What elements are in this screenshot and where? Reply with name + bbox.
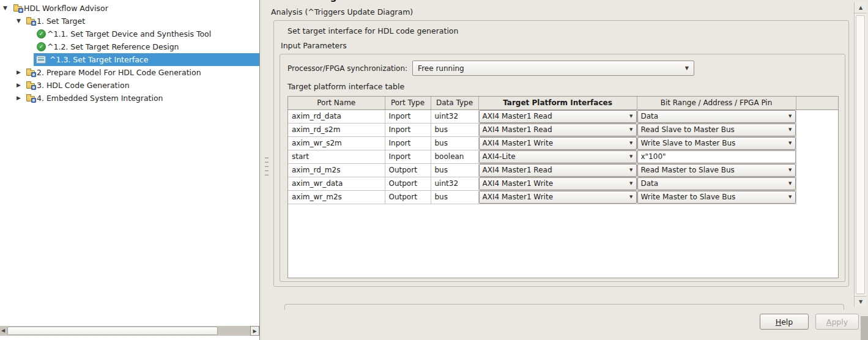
horizontal-scrollbar[interactable]: ◀ ▶	[0, 326, 259, 336]
chevron-down-icon: ▼	[629, 128, 632, 132]
tree-item-set-target-interface-selected[interactable]: ^1.3. Set Target Interface	[0, 53, 259, 66]
tree-item-set-target[interactable]: ▼ 1. Set Target	[0, 15, 259, 28]
tree-item-embedded-system-integration[interactable]: ▶ 4. Embedded System Integration	[0, 92, 259, 105]
interface-dropdown[interactable]: AXI4 Master1 Write▼	[479, 191, 637, 204]
column-header: Bit Range / Address / FPGA Pin	[637, 97, 796, 109]
help-button[interactable]: Help	[760, 314, 809, 330]
data-type-cell: bus	[431, 123, 478, 136]
tree-item-hdl-code-generation[interactable]: ▶ 3. HDL Code Generation	[0, 79, 259, 92]
bit-range-cell: Write Master to Slave Bus▼	[637, 190, 796, 204]
expander-open-icon[interactable]: ▼	[17, 18, 26, 24]
bit-range-dropdown[interactable]: Read Master to Slave Bus▼	[637, 164, 796, 177]
port-name-cell: axim_wr_data	[288, 177, 385, 190]
folder-icon	[26, 81, 37, 90]
collapsed-lower-group-box	[284, 304, 844, 310]
chevron-down-icon: ▼	[629, 182, 632, 186]
chevron-down-icon: ▼	[685, 66, 689, 71]
chevron-down-icon: ▼	[629, 141, 632, 146]
tree-item-hdl-workflow-advisor[interactable]: ▼ HDL Workflow Advisor	[0, 2, 259, 15]
processor-fpga-sync-dropdown[interactable]: Free running ▼	[412, 61, 694, 76]
port-name-cell: axim_rd_s2m	[288, 123, 385, 136]
processor-fpga-sync-label: Processor/FPGA synchronization:	[287, 64, 407, 73]
interface-cell: AXI4 Master1 Write▼	[478, 136, 637, 150]
expander-closed-icon[interactable]: ▶	[17, 83, 26, 88]
tree-item-set-target-reference-design[interactable]: ✓ ^1.2. Set Target Reference Design	[0, 40, 259, 53]
tree-item-label: 2. Prepare Model For HDL Code Generation	[37, 68, 201, 77]
bit-range-cell: Read Master to Slave Bus▼	[637, 163, 796, 177]
input-parameters-label: Input Parameters	[281, 41, 347, 50]
dropdown-value: Free running	[418, 64, 464, 73]
scrollbar-track[interactable]	[855, 14, 867, 295]
processor-fpga-sync-row: Processor/FPGA synchronization: Free run…	[287, 61, 694, 76]
column-header: Port Name	[288, 97, 385, 109]
data-type-cell: boolean	[431, 150, 478, 163]
port-type-cell: Outport	[385, 163, 431, 177]
folder-icon	[26, 94, 37, 103]
chevron-down-icon: ▼	[788, 168, 792, 172]
bit-range-dropdown[interactable]: Data▼	[637, 110, 796, 123]
chevron-down-icon: ▼	[788, 141, 792, 146]
interface-cell: AXI4 Master1 Read▼	[478, 163, 637, 177]
column-header: Target Platform Interfaces	[478, 97, 637, 109]
scroll-left-icon[interactable]: ◀	[1, 327, 5, 334]
tree-selection-highlight[interactable]: ^1.3. Set Target Interface	[34, 53, 259, 66]
port-name-cell: start	[288, 150, 385, 163]
tree-item-set-target-device[interactable]: ✓ ^1.1. Set Target Device and Synthesis …	[0, 28, 259, 40]
column-header-filler	[796, 97, 838, 109]
bit-range-dropdown[interactable]: Write Master to Slave Bus▼	[637, 191, 796, 204]
table-row: axim_rd_s2m Inport bus AXI4 Master1 Read…	[288, 123, 838, 136]
scrollbar-thumb[interactable]	[7, 327, 218, 335]
table-row: axim_wr_data Outport uint32 AXI4 Master1…	[288, 177, 838, 190]
chevron-down-icon: ▼	[629, 114, 632, 119]
port-type-cell: Inport	[385, 136, 431, 150]
interface-dropdown[interactable]: AXI4-Lite▼	[479, 150, 637, 163]
bit-range-dropdown[interactable]: Data▼	[637, 177, 796, 190]
scroll-down-icon: ▼	[859, 299, 862, 305]
interface-dropdown[interactable]: AXI4 Master1 Write▼	[479, 177, 637, 190]
port-type-cell: Outport	[385, 190, 431, 204]
table-header-row: Port Name Port Type Data Type Target Pla…	[288, 97, 838, 109]
interface-cell: AXI4 Master1 Read▼	[478, 109, 637, 123]
report-icon	[36, 56, 46, 64]
bit-range-dropdown[interactable]: Read Slave to Master Bus▼	[637, 124, 796, 136]
target-platform-interface-table: Port Name Port Type Data Type Target Pla…	[287, 96, 839, 278]
interface-dropdown[interactable]: AXI4 Master1 Read▼	[479, 110, 637, 123]
interface-dropdown[interactable]: AXI4 Master1 Write▼	[479, 137, 637, 150]
interface-cell: AXI4 Master1 Write▼	[478, 177, 637, 190]
data-type-cell: uint32	[431, 109, 478, 123]
bit-range-dropdown[interactable]: Write Slave to Master Bus▼	[637, 137, 796, 150]
chevron-down-icon: ▼	[629, 195, 632, 199]
check-passed-icon: ✓	[37, 42, 47, 51]
interface-dropdown[interactable]: AXI4 Master1 Read▼	[479, 164, 637, 177]
chevron-down-icon: ▼	[629, 155, 632, 159]
chevron-down-icon: ▼	[788, 128, 792, 132]
interface-dropdown[interactable]: AXI4 Master1 Read▼	[479, 124, 637, 136]
scrollbar-thumb[interactable]	[856, 15, 865, 294]
bit-range-cell: x"100"	[637, 150, 796, 163]
scroll-right-button[interactable]: ▶	[250, 326, 259, 336]
vertical-scrollbar[interactable]: ▲ ▼	[854, 2, 866, 307]
scroll-down-button[interactable]: ▼	[855, 296, 867, 307]
table-row: axim_wr_s2m Inport bus AXI4 Master1 Writ…	[288, 136, 838, 150]
tree-item-prepare-model[interactable]: ▶ 2. Prepare Model For HDL Code Generati…	[0, 66, 259, 79]
table-row: axim_wr_m2s Outport bus AXI4 Master1 Wri…	[288, 190, 838, 204]
panel-splitter[interactable]	[261, 0, 273, 340]
bit-range-cell: Write Slave to Master Bus▼	[637, 136, 796, 150]
tree-item-label: 1. Set Target	[37, 17, 85, 26]
scroll-up-icon: ▲	[859, 5, 862, 10]
scroll-up-button[interactable]: ▲	[855, 2, 867, 13]
expander-closed-icon[interactable]: ▶	[17, 70, 26, 75]
interface-cell: AXI4-Lite▼	[478, 150, 637, 163]
clipped-step-heading: 1.3. Set Target Interface	[271, 0, 473, 3]
splitter-grip-icon[interactable]	[265, 157, 269, 176]
target-platform-table-label: Target platform interface table	[287, 82, 404, 91]
expander-open-icon[interactable]: ▼	[3, 6, 13, 11]
port-name-cell: axim_wr_m2s	[288, 190, 385, 204]
expander-closed-icon[interactable]: ▶	[17, 95, 26, 101]
chevron-down-icon: ▼	[788, 182, 792, 186]
bit-range-edit-field[interactable]: x"100"	[637, 150, 796, 163]
hdl-workflow-advisor-window: ▼ HDL Workflow Advisor ▼ 1. Set Target ✓…	[0, 0, 868, 340]
data-type-cell: uint32	[431, 177, 478, 190]
data-type-cell: bus	[431, 190, 478, 204]
apply-button[interactable]: Apply	[815, 314, 859, 330]
